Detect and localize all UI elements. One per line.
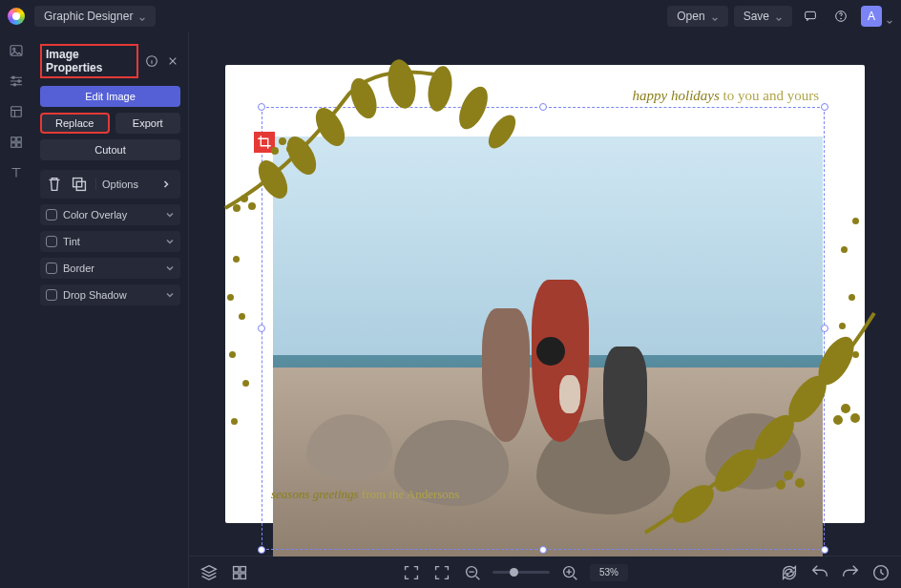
- duplicate-icon[interactable]: [69, 174, 90, 195]
- close-icon[interactable]: [165, 53, 180, 69]
- grid-icon[interactable]: [229, 562, 250, 583]
- acc-border[interactable]: Border: [40, 258, 180, 279]
- card-footer[interactable]: seasons greetings from the Andersons: [271, 487, 459, 502]
- svg-point-25: [248, 202, 256, 210]
- chevron-down-icon: [165, 237, 175, 246]
- svg-rect-14: [76, 181, 85, 190]
- delete-icon[interactable]: [44, 174, 65, 195]
- undo-icon[interactable]: [809, 562, 830, 583]
- svg-point-28: [286, 145, 294, 153]
- checkbox[interactable]: [46, 209, 57, 220]
- panel-title: Image Properties: [40, 44, 138, 78]
- svg-point-4: [13, 48, 15, 50]
- options-button[interactable]: Options: [95, 178, 152, 190]
- svg-point-22: [453, 82, 493, 134]
- canvas-area: happy holidays to you and yours seasons …: [189, 32, 901, 588]
- cutout-button[interactable]: Cutout: [40, 139, 180, 160]
- svg-point-2: [841, 18, 842, 19]
- svg-rect-9: [11, 137, 16, 142]
- acc-color-overlay[interactable]: Color Overlay: [40, 204, 180, 225]
- avatar[interactable]: A: [861, 6, 882, 27]
- svg-point-29: [271, 147, 279, 155]
- svg-rect-12: [17, 143, 22, 148]
- svg-point-36: [850, 413, 860, 423]
- image-tool-icon[interactable]: [8, 42, 25, 59]
- acc-drop-shadow[interactable]: Drop Shadow: [40, 284, 180, 305]
- stage[interactable]: happy holidays to you and yours seasons …: [189, 32, 901, 556]
- svg-rect-11: [11, 143, 16, 148]
- checkbox[interactable]: [46, 262, 57, 274]
- svg-rect-15: [73, 178, 82, 187]
- help-icon[interactable]: [828, 4, 853, 29]
- chevron-down-icon: [775, 12, 783, 20]
- zoom-in-icon[interactable]: [559, 562, 580, 583]
- svg-rect-42: [241, 566, 245, 572]
- leaf-decoration: [216, 55, 540, 227]
- card-heading[interactable]: happy holidays to you and yours: [633, 88, 819, 104]
- comments-icon[interactable]: [798, 4, 823, 29]
- handle-sw[interactable]: [258, 546, 265, 554]
- acc-tint[interactable]: Tint: [40, 231, 180, 252]
- layers-icon[interactable]: [199, 562, 220, 583]
- svg-point-27: [279, 137, 286, 145]
- zoom-out-icon[interactable]: [462, 562, 483, 583]
- zoom-percent[interactable]: 53%: [590, 564, 628, 581]
- chevron-down-icon: [165, 210, 175, 220]
- handle-w[interactable]: [258, 325, 265, 332]
- svg-point-26: [233, 204, 241, 212]
- svg-rect-44: [241, 573, 245, 578]
- chevron-down-icon[interactable]: [886, 12, 893, 20]
- chevron-right-icon: [156, 174, 177, 195]
- svg-point-24: [241, 195, 248, 202]
- bottom-bar: 53%: [189, 556, 901, 588]
- replace-button[interactable]: Replace: [40, 113, 110, 134]
- svg-point-18: [310, 103, 351, 151]
- topbar: Graphic Designer Open Save A: [0, 0, 901, 32]
- chevron-down-icon: [711, 12, 719, 20]
- adjust-tool-icon[interactable]: [8, 73, 25, 90]
- svg-rect-0: [806, 11, 816, 18]
- role-label: Graphic Designer: [44, 10, 133, 23]
- redo-icon[interactable]: [840, 562, 861, 583]
- svg-point-35: [841, 404, 850, 413]
- svg-point-39: [795, 478, 805, 488]
- svg-rect-41: [234, 566, 240, 572]
- svg-point-19: [346, 74, 382, 122]
- side-panel: Image Properties Edit Image Replace Expo…: [32, 32, 189, 588]
- edit-image-button[interactable]: Edit Image: [40, 86, 180, 107]
- options-row: Options: [40, 170, 180, 199]
- fullscreen-icon[interactable]: [401, 562, 422, 583]
- role-select[interactable]: Graphic Designer: [34, 6, 156, 27]
- svg-rect-8: [11, 107, 22, 117]
- svg-point-20: [385, 57, 420, 111]
- svg-point-23: [483, 111, 520, 153]
- template-tool-icon[interactable]: [8, 103, 25, 120]
- history-icon[interactable]: [870, 562, 891, 583]
- svg-point-38: [784, 471, 793, 480]
- open-button[interactable]: Open: [667, 6, 727, 27]
- handle-s[interactable]: [539, 546, 547, 554]
- handle-n[interactable]: [539, 103, 547, 111]
- info-icon[interactable]: [144, 53, 159, 69]
- chevron-down-icon: [165, 290, 175, 300]
- svg-rect-43: [234, 573, 240, 578]
- zoom-slider[interactable]: [492, 571, 550, 574]
- refresh-icon[interactable]: [779, 562, 800, 583]
- checkbox[interactable]: [46, 289, 57, 301]
- save-button[interactable]: Save: [734, 6, 792, 27]
- text-tool-icon[interactable]: [8, 164, 25, 181]
- handle-ne[interactable]: [821, 103, 828, 111]
- chevron-down-icon: [165, 263, 175, 273]
- design-card[interactable]: happy holidays to you and yours seasons …: [225, 65, 865, 523]
- svg-rect-10: [17, 137, 22, 142]
- elements-tool-icon[interactable]: [8, 134, 25, 151]
- handle-se[interactable]: [821, 546, 828, 554]
- export-button[interactable]: Export: [115, 113, 181, 134]
- svg-point-17: [282, 132, 323, 179]
- svg-point-40: [776, 480, 786, 490]
- checkbox[interactable]: [46, 236, 57, 247]
- svg-point-21: [425, 64, 455, 113]
- app-logo: [8, 8, 25, 25]
- fit-icon[interactable]: [431, 562, 452, 583]
- leaf-decoration: [636, 294, 884, 542]
